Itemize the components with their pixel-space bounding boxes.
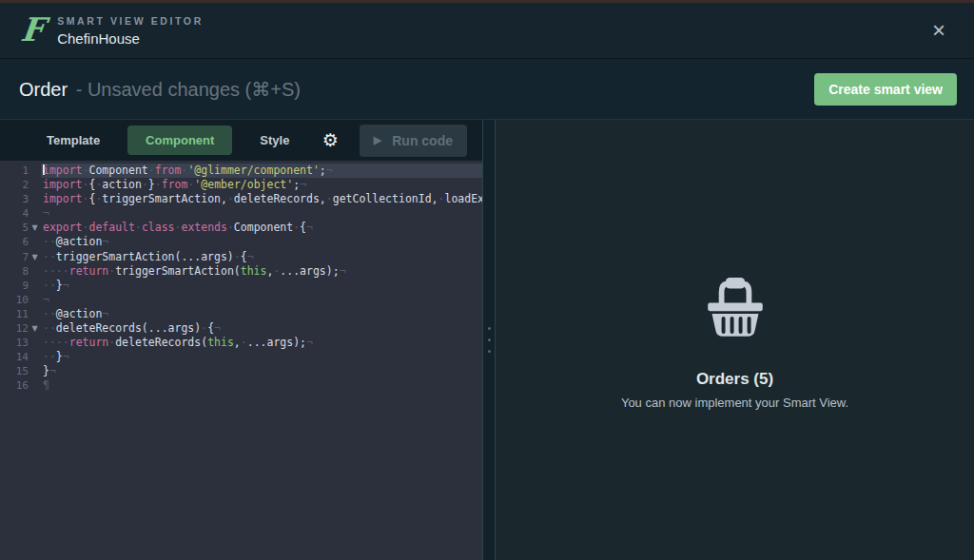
line-number: 16	[0, 378, 29, 393]
code-text[interactable]: export·default·class·extends·Component·{…	[41, 221, 482, 235]
code-text[interactable]: ··triggerSmartAction(...args)·{¬	[41, 250, 482, 264]
line-number: 5	[0, 221, 29, 235]
smart-view-editor-window: F SMART VIEW EDITOR ChefinHouse × Order …	[0, 0, 974, 560]
tab-template[interactable]: Template	[29, 126, 118, 155]
line-number: 8	[0, 264, 29, 279]
drag-handle-dot	[488, 350, 491, 353]
code-line-2[interactable]: 2import·{·action·}·from·'@ember/object';…	[0, 178, 482, 192]
content-area: TemplateComponentStyle ⚙ ▶ Run code 1imp…	[0, 120, 974, 560]
editor-tabs: TemplateComponentStyle	[29, 126, 307, 155]
code-line-15[interactable]: 15}¬	[0, 364, 482, 378]
line-gutter: 8	[0, 264, 41, 279]
app-header: F SMART VIEW EDITOR ChefinHouse ×	[0, 3, 974, 59]
line-number: 7	[0, 250, 29, 264]
line-number: 13	[0, 336, 29, 350]
code-text[interactable]: ··deleteRecords(...args)·{¬	[41, 321, 482, 336]
line-number: 10	[0, 293, 29, 307]
line-gutter: 15	[0, 364, 41, 378]
collection-name: Order	[19, 79, 68, 100]
code-line-10[interactable]: 10¬	[0, 293, 482, 307]
fold-arrow-icon[interactable]: ▼	[29, 221, 41, 235]
preview-hint-text: You can now implement your Smart View.	[621, 396, 848, 410]
tab-style[interactable]: Style	[242, 126, 307, 155]
page-title: Order - Unsaved changes (⌘+S)	[19, 78, 814, 101]
line-gutter: 13	[0, 336, 41, 350]
code-text[interactable]: ··}¬	[41, 279, 482, 293]
code-line-11[interactable]: 11··@action¬	[0, 307, 482, 321]
fold-arrow-icon[interactable]: ▼	[29, 321, 41, 336]
code-line-6[interactable]: 6··@action¬	[0, 235, 482, 249]
code-line-14[interactable]: 14··}¬	[0, 350, 482, 364]
close-icon[interactable]: ×	[928, 17, 949, 44]
run-code-button[interactable]: ▶ Run code	[360, 125, 467, 157]
line-number: 2	[0, 178, 29, 192]
header-text: SMART VIEW EDITOR ChefinHouse	[57, 15, 928, 47]
line-gutter: 3	[0, 192, 41, 206]
fold-arrow-icon[interactable]: ▼	[29, 250, 41, 264]
code-text[interactable]: ····return·deleteRecords(this,·...args);…	[41, 336, 482, 350]
forest-admin-logo: F	[19, 13, 46, 46]
line-gutter: 1	[0, 164, 41, 178]
panel-resize-handle[interactable]	[482, 120, 496, 560]
editor-panel: TemplateComponentStyle ⚙ ▶ Run code 1imp…	[0, 120, 482, 560]
line-gutter: 11	[0, 307, 41, 321]
code-text[interactable]: import·{·triggerSmartAction,·deleteRecor…	[41, 192, 482, 206]
preview-panel: Orders (5) You can now implement your Sm…	[496, 120, 974, 560]
code-text[interactable]: import·{·action·}·from·'@ember/object';¬	[41, 178, 482, 192]
code-line-9[interactable]: 9··}¬	[0, 279, 482, 293]
play-icon: ▶	[374, 135, 381, 145]
code-editor[interactable]: 1import·Component·from·'@glimmer/compone…	[0, 161, 482, 560]
line-number: 4	[0, 206, 29, 221]
app-label: SMART VIEW EDITOR	[57, 15, 928, 27]
collection-count-title: Orders (5)	[621, 370, 848, 389]
code-text[interactable]: import·Component·from·'@glimmer/componen…	[41, 164, 482, 178]
code-text[interactable]: ··@action¬	[41, 235, 482, 249]
line-number: 9	[0, 279, 29, 293]
code-text[interactable]: }¬	[41, 364, 482, 378]
workspace-name: ChefinHouse	[57, 30, 928, 47]
create-smart-view-button[interactable]: Create smart view	[814, 73, 957, 106]
code-line-16[interactable]: 16¶	[0, 378, 482, 393]
line-gutter: 2	[0, 178, 41, 192]
line-gutter: 16	[0, 378, 41, 393]
line-number: 3	[0, 192, 29, 206]
code-text[interactable]: ¬	[41, 293, 482, 307]
unsaved-changes-status: - Unsaved changes (⌘+S)	[76, 79, 301, 100]
preview-placeholder: Orders (5) You can now implement your Sm…	[621, 271, 848, 410]
line-gutter: 5▼	[0, 221, 41, 235]
line-number: 11	[0, 307, 29, 321]
line-number: 14	[0, 350, 29, 364]
editor-toolbar: TemplateComponentStyle ⚙ ▶ Run code	[0, 120, 482, 161]
line-gutter: 14	[0, 350, 41, 364]
line-gutter: 12▼	[0, 321, 41, 336]
code-line-5[interactable]: 5▼export·default·class·extends·Component…	[0, 221, 482, 235]
gear-icon[interactable]: ⚙	[322, 131, 339, 149]
code-line-1[interactable]: 1import·Component·from·'@glimmer/compone…	[0, 164, 482, 178]
code-text[interactable]: ··@action¬	[41, 307, 482, 321]
line-gutter: 7▼	[0, 250, 41, 264]
drag-handle-dot	[488, 327, 491, 330]
line-number: 15	[0, 364, 29, 378]
code-line-4[interactable]: 4¬	[0, 206, 482, 221]
code-line-8[interactable]: 8····return·triggerSmartAction(this,·...…	[0, 264, 482, 279]
drag-handle-dot	[488, 338, 491, 341]
code-line-12[interactable]: 12▼··deleteRecords(...args)·{¬	[0, 321, 482, 336]
code-line-7[interactable]: 7▼··triggerSmartAction(...args)·{¬	[0, 250, 482, 264]
code-text[interactable]: ····return·triggerSmartAction(this,·...a…	[41, 264, 482, 279]
title-bar: Order - Unsaved changes (⌘+S) Create sma…	[0, 59, 974, 120]
run-code-label: Run code	[392, 133, 453, 148]
code-line-3[interactable]: 3import·{·triggerSmartAction,·deleteReco…	[0, 192, 482, 206]
line-number: 6	[0, 235, 29, 249]
code-line-13[interactable]: 13····return·deleteRecords(this,·...args…	[0, 336, 482, 350]
code-text[interactable]: ··}¬	[41, 350, 482, 364]
toolbar-right: ⚙ ▶ Run code	[322, 125, 467, 157]
line-gutter: 4	[0, 206, 41, 221]
tab-component[interactable]: Component	[127, 126, 232, 155]
code-text[interactable]: ¬	[41, 206, 482, 221]
basket-icon	[701, 271, 769, 338]
line-number: 1	[0, 164, 29, 178]
line-gutter: 9	[0, 279, 41, 293]
code-text[interactable]: ¶	[41, 378, 482, 393]
line-number: 12	[0, 321, 29, 336]
line-gutter: 6	[0, 235, 41, 249]
